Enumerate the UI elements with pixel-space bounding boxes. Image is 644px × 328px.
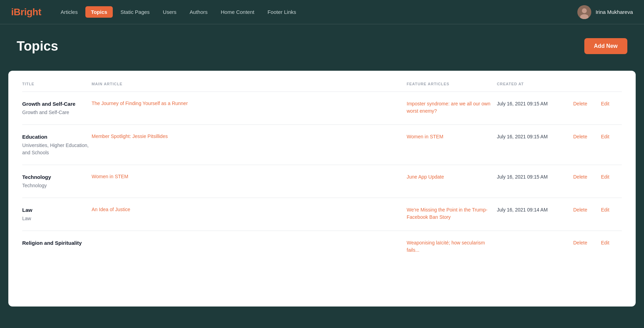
cell-title-0: Growth and Self-Care Growth and Self-Car…	[22, 100, 92, 116]
table-row: Religion and Spirituality Weaponising la…	[22, 231, 622, 262]
title-main-3: Law	[22, 206, 92, 214]
delete-button-3[interactable]: Delete	[573, 206, 601, 213]
cell-main-article-2: Women in STEM	[92, 173, 407, 180]
nav-home-content[interactable]: Home Content	[215, 6, 260, 18]
add-new-button[interactable]: Add New	[584, 38, 627, 54]
title-main-4: Religion and Spirituality	[22, 239, 92, 247]
cell-main-article-3: An Idea of Justice	[92, 206, 407, 213]
title-sub-0: Growth and Self-Care	[22, 109, 92, 116]
table-row: Technology Technology Women in STEM June…	[22, 165, 622, 198]
col-created-at: CREATED AT	[497, 82, 573, 86]
delete-button-0[interactable]: Delete	[573, 100, 601, 106]
col-delete-header	[573, 82, 601, 86]
cell-main-article-1: Member Spotlight: Jessie Pitsillides	[92, 133, 407, 139]
cell-date-3: July 16, 2021 09:14 AM	[497, 206, 573, 213]
delete-button-4[interactable]: Delete	[573, 239, 601, 245]
cell-date-1: July 16, 2021 09:15 AM	[497, 133, 573, 139]
table-row: Education Universities, Higher Education…	[22, 125, 622, 165]
svg-point-1	[582, 8, 587, 13]
cell-date-4	[497, 239, 573, 240]
feature-article-2[interactable]: June App Update	[407, 173, 444, 180]
edit-button-1[interactable]: Edit	[601, 133, 622, 139]
main-article-link-3[interactable]: An Idea of Justice	[92, 206, 130, 212]
page-title: Topics	[17, 39, 58, 54]
feature-article-4[interactable]: Weaponising laïcité; how secularism fail…	[407, 239, 485, 253]
table-row: Growth and Self-Care Growth and Self-Car…	[22, 92, 622, 125]
title-main-1: Education	[22, 133, 92, 140]
nav-users[interactable]: Users	[157, 6, 182, 18]
feature-article-1[interactable]: Women in STEM	[407, 133, 443, 139]
cell-title-2: Technology Technology	[22, 173, 92, 189]
col-feature-articles: FEATURE ARTICLES	[407, 82, 497, 86]
delete-button-2[interactable]: Delete	[573, 173, 601, 180]
col-edit-header	[601, 82, 622, 86]
nav-footer-links[interactable]: Footer Links	[262, 6, 302, 18]
main-article-link-2[interactable]: Women in STEM	[92, 173, 128, 179]
cell-date-0: July 16, 2021 09:15 AM	[497, 100, 573, 106]
nav-links: Articles Topics Static Pages Users Autho…	[55, 6, 578, 18]
nav-authors[interactable]: Authors	[184, 6, 213, 18]
feature-article-0[interactable]: Imposter syndrome: are we all our own wo…	[407, 100, 490, 114]
edit-button-0[interactable]: Edit	[601, 100, 622, 106]
title-main-2: Technology	[22, 173, 92, 181]
cell-feature-0: Imposter syndrome: are we all our own wo…	[407, 100, 497, 115]
cell-feature-1: Women in STEM	[407, 133, 497, 140]
title-sub-1: Universities, Higher Education, and Scho…	[22, 142, 92, 156]
title-sub-3: Law	[22, 215, 92, 222]
edit-button-2[interactable]: Edit	[601, 173, 622, 180]
table-header: TITLE MAIN ARTICLE FEATURE ARTICLES CREA…	[22, 82, 622, 92]
col-title: TITLE	[22, 82, 92, 86]
edit-button-3[interactable]: Edit	[601, 206, 622, 213]
cell-feature-4: Weaponising laïcité; how secularism fail…	[407, 239, 497, 254]
main-article-link-0[interactable]: The Journey of Finding Yourself as a Run…	[92, 100, 188, 106]
cell-title-1: Education Universities, Higher Education…	[22, 133, 92, 156]
cell-feature-3: We're Missing the Point in the Trump-Fac…	[407, 206, 497, 221]
nav-static-pages[interactable]: Static Pages	[115, 6, 155, 18]
brand-name: Bright	[14, 7, 41, 17]
main-content: TITLE MAIN ARTICLE FEATURE ARTICLES CREA…	[8, 71, 636, 307]
user-name: Irina Mukhareva	[595, 9, 633, 15]
cell-title-4: Religion and Spirituality	[22, 239, 92, 247]
main-article-link-1[interactable]: Member Spotlight: Jessie Pitsillides	[92, 133, 168, 139]
cell-feature-2: June App Update	[407, 173, 497, 181]
cell-title-3: Law Law	[22, 206, 92, 222]
cell-date-2: July 16, 2021 09:15 AM	[497, 173, 573, 180]
brand-logo[interactable]: iBright	[11, 7, 41, 18]
table-row: Law Law An Idea of Justice We're Missing…	[22, 198, 622, 231]
user-menu[interactable]: Irina Mukhareva	[577, 5, 633, 19]
navbar: iBright Articles Topics Static Pages Use…	[0, 0, 644, 24]
delete-button-1[interactable]: Delete	[573, 133, 601, 139]
nav-topics[interactable]: Topics	[85, 6, 113, 18]
title-main-0: Growth and Self-Care	[22, 100, 92, 107]
title-sub-2: Technology	[22, 182, 92, 189]
col-main-article: MAIN ARTICLE	[92, 82, 407, 86]
cell-main-article-0: The Journey of Finding Yourself as a Run…	[92, 100, 407, 106]
hero-section: Topics Add New	[0, 24, 644, 71]
avatar	[577, 5, 591, 19]
nav-articles[interactable]: Articles	[55, 6, 83, 18]
edit-button-4[interactable]: Edit	[601, 239, 622, 245]
feature-article-3[interactable]: We're Missing the Point in the Trump-Fac…	[407, 206, 488, 220]
